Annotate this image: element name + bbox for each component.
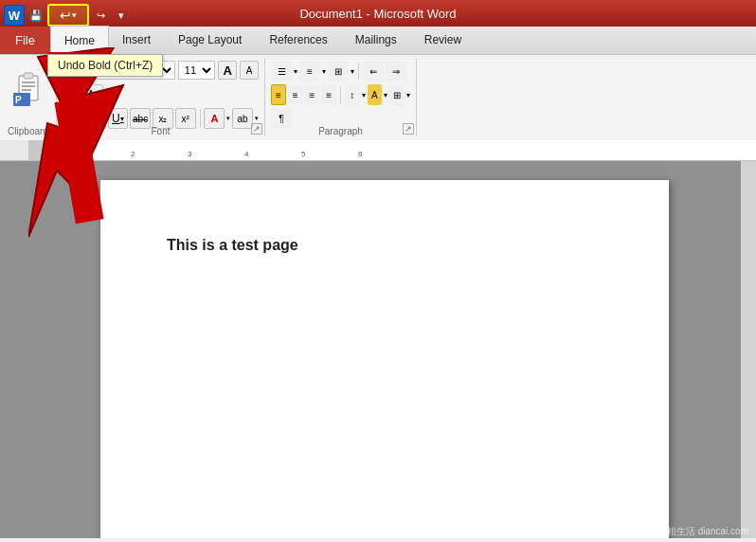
undo-icon: ↩ xyxy=(60,8,71,23)
word-icon: W xyxy=(4,5,25,26)
undo-button[interactable]: ↩ ▾ xyxy=(47,4,89,27)
paragraph-group: ☰ ▾ ≡ ▾ ⊞ ▾ ⇐ ⇒ ≡ ≡ ≡ ≡ ↕ ▾ A ▾ xyxy=(265,59,417,136)
line-spacing-dropdown[interactable]: ▾ xyxy=(362,91,366,99)
clipboard-label: Clipboard xyxy=(0,126,56,136)
left-sidebar xyxy=(0,161,28,538)
page-wrapper[interactable]: This is a test page xyxy=(28,161,741,538)
bullets-button[interactable]: ☰ xyxy=(271,61,292,81)
tab-insert[interactable]: Insert xyxy=(109,26,165,54)
undo-tooltip: Undo Bold (Ctrl+Z) xyxy=(47,54,163,77)
save-button[interactable]: 💾 xyxy=(27,6,45,25)
paragraph-row1: ☰ ▾ ≡ ▾ ⊞ ▾ ⇐ ⇒ xyxy=(271,61,410,81)
ribbon-tab-row: File Home Insert Page Layout References … xyxy=(0,27,756,55)
font-label: Font xyxy=(57,126,264,136)
borders-dropdown[interactable]: ▾ xyxy=(406,91,410,99)
tab-references[interactable]: References xyxy=(256,26,341,54)
decrease-indent-button[interactable]: ⇐ xyxy=(363,61,384,81)
svg-rect-1 xyxy=(24,73,33,79)
highlight-dropdown[interactable]: ▾ xyxy=(255,115,259,122)
vertical-scrollbar[interactable] xyxy=(741,161,756,538)
bullets-dropdown[interactable]: ▾ xyxy=(294,67,297,76)
tab-page-layout[interactable]: Page Layout xyxy=(165,26,256,54)
change-case-button[interactable]: Aa xyxy=(63,84,81,103)
font-options-row: Aa A✕ xyxy=(63,84,259,103)
font-expand-icon[interactable]: ↗ xyxy=(251,123,262,135)
increase-indent-button[interactable]: ⇒ xyxy=(386,61,406,81)
title-bar: W 💾 ↩ ▾ ↪ ▾ Document1 - Microsoft Word xyxy=(0,0,756,27)
ruler-tick-3: 3 xyxy=(188,150,191,158)
document-text[interactable]: This is a test page xyxy=(167,237,603,254)
line-spacing-button[interactable]: ↕ xyxy=(345,84,360,105)
undo-dropdown-icon[interactable]: ▾ xyxy=(72,10,77,20)
tab-file[interactable]: File xyxy=(0,26,50,54)
align-center-button[interactable]: ≡ xyxy=(288,84,303,105)
ruler-content: 1 2 3 4 5 6 xyxy=(74,140,756,160)
ruler-tick-4: 4 xyxy=(244,150,248,158)
tab-review[interactable]: Review xyxy=(411,26,476,54)
font-color-dropdown[interactable]: ▾ xyxy=(226,115,230,122)
paragraph-expand-icon[interactable]: ↗ xyxy=(403,123,414,135)
quick-access-toolbar: W 💾 ↩ ▾ ↪ ▾ xyxy=(4,4,131,27)
watermark: 腿粗生活 diancai.com xyxy=(657,525,748,538)
svg-rect-3 xyxy=(22,85,35,87)
svg-rect-4 xyxy=(22,89,31,91)
ruler-tick-6: 6 xyxy=(358,150,362,158)
tab-home[interactable]: Home xyxy=(50,26,109,55)
title-text: Document1 - Microsoft Word xyxy=(299,7,456,21)
paragraph-row2: ≡ ≡ ≡ ≡ ↕ ▾ A ▾ ⊞ ▾ xyxy=(271,84,410,105)
shading-button[interactable]: A xyxy=(368,84,383,105)
clipboard-group-content: P xyxy=(9,61,47,135)
document-page[interactable]: This is a test page xyxy=(100,180,669,538)
borders-button[interactable]: ⊞ xyxy=(389,84,405,105)
ruler: 1 2 3 4 5 6 xyxy=(0,140,756,161)
ruler-tick-5: 5 xyxy=(301,150,305,158)
shrink-font-button[interactable]: A xyxy=(240,61,259,80)
font-size-select[interactable]: 11 xyxy=(178,61,216,80)
multilevel-dropdown[interactable]: ▾ xyxy=(351,67,354,76)
clear-formatting-button[interactable]: A✕ xyxy=(84,84,103,103)
align-left-button[interactable]: ≡ xyxy=(271,84,286,105)
document-area: This is a test page xyxy=(0,161,756,538)
ruler-tick-2: 2 xyxy=(131,150,135,158)
grow-font-button[interactable]: A xyxy=(218,61,237,80)
svg-text:P: P xyxy=(15,95,22,105)
justify-button[interactable]: ≡ xyxy=(321,84,336,105)
redo-button[interactable]: ↪ xyxy=(91,6,110,25)
multilevel-button[interactable]: ⊞ xyxy=(328,61,349,81)
paragraph-label: Paragraph xyxy=(265,126,416,136)
numbering-dropdown[interactable]: ▾ xyxy=(322,67,326,76)
paste-button[interactable]: P xyxy=(9,66,47,116)
qat-dropdown-button[interactable]: ▾ xyxy=(112,6,131,25)
svg-rect-2 xyxy=(22,81,35,83)
align-right-button[interactable]: ≡ xyxy=(305,84,320,105)
ruler-left-indent xyxy=(28,140,74,160)
ruler-tick-1: 1 xyxy=(76,150,80,158)
numbering-button[interactable]: ≡ xyxy=(299,61,320,81)
shading-dropdown[interactable]: ▾ xyxy=(384,91,387,99)
tab-mailings[interactable]: Mailings xyxy=(342,26,411,54)
